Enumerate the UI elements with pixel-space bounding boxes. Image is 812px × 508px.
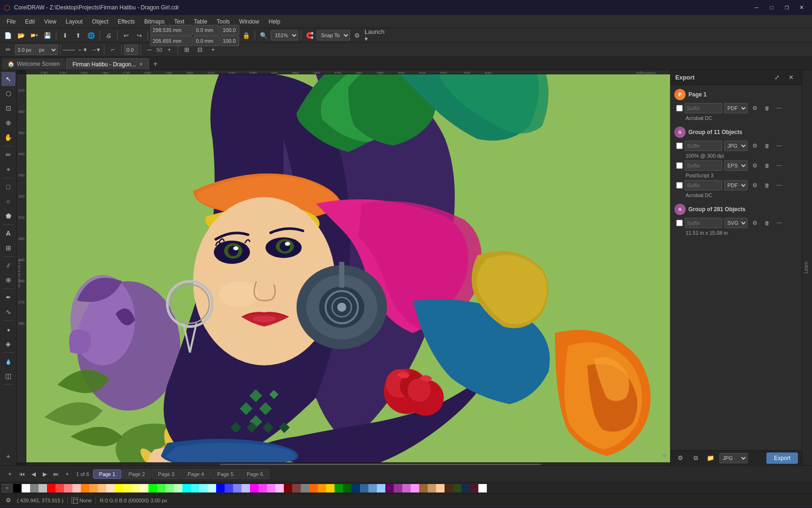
end-arrow-btn[interactable]: →▾: [89, 44, 102, 56]
group281-svg-suffix-input[interactable]: [685, 218, 722, 228]
export-settings-icon[interactable]: ⚙: [674, 452, 687, 464]
launch-btn[interactable]: Launch ▾: [368, 29, 381, 41]
open-btn[interactable]: 📂: [15, 29, 27, 41]
color-swatch[interactable]: [225, 484, 233, 492]
pen-tool[interactable]: [1, 290, 16, 304]
color-swatch[interactable]: [326, 484, 335, 492]
canvas-scrollbar[interactable]: [26, 462, 670, 465]
crop-tool[interactable]: [1, 101, 16, 115]
color-swatch[interactable]: [436, 484, 445, 492]
table-tool[interactable]: [1, 241, 16, 255]
group11-pdf2-suffix-input[interactable]: [685, 180, 722, 190]
connector-tool[interactable]: [1, 273, 16, 287]
add-page-btn[interactable]: +: [4, 468, 16, 480]
export-format-select[interactable]: JPG PDF PNG SVG EPS: [719, 453, 748, 463]
page1-pdf-format-select[interactable]: PDF JPG PNG SVG EPS: [724, 103, 748, 113]
menu-effects[interactable]: Effects: [113, 16, 140, 27]
text-tool[interactable]: [1, 226, 16, 240]
lock-ratio-btn[interactable]: 🔒: [240, 29, 252, 41]
smart-fill-tool[interactable]: [1, 337, 16, 351]
color-swatch[interactable]: [258, 484, 267, 492]
scale-w-input[interactable]: [220, 25, 239, 35]
add-page-btn2[interactable]: +: [62, 469, 72, 479]
group11-pdf2-delete-btn[interactable]: [762, 180, 772, 190]
last-page-btn[interactable]: ⏭: [51, 469, 61, 479]
color-swatch[interactable]: [453, 484, 461, 492]
open-recent-btn[interactable]: 📂▾: [28, 29, 40, 41]
color-swatch[interactable]: [301, 484, 309, 492]
tab-document[interactable]: Firman Hatibu - Dragon... ✕: [66, 58, 148, 70]
export-folder-icon[interactable]: 📁: [704, 452, 717, 464]
color-swatch[interactable]: [30, 484, 39, 492]
menu-file[interactable]: File: [2, 16, 20, 27]
color-swatch[interactable]: [335, 484, 343, 492]
add-tool-btn[interactable]: +: [1, 449, 16, 463]
angle-input[interactable]: [124, 45, 138, 55]
parallel-dim-tool[interactable]: [1, 258, 16, 272]
color-swatch[interactable]: [22, 484, 30, 492]
color-swatch[interactable]: [445, 484, 453, 492]
color-swatch[interactable]: [98, 484, 106, 492]
color-swatch[interactable]: [123, 484, 132, 492]
group11-jpg-more-btn[interactable]: [774, 141, 784, 151]
color-swatch[interactable]: [461, 484, 470, 492]
color-swatch[interactable]: [377, 484, 385, 492]
color-swatch[interactable]: [242, 484, 250, 492]
opacity-plus-btn[interactable]: +: [163, 44, 175, 56]
x-position-input[interactable]: [150, 25, 193, 35]
menu-help[interactable]: Help: [264, 16, 285, 27]
color-swatch[interactable]: [318, 484, 326, 492]
color-swatch[interactable]: [360, 484, 368, 492]
stroke-unit-dropdown[interactable]: px mm: [35, 45, 58, 55]
fill-indicator[interactable]: [71, 497, 78, 504]
color-swatch[interactable]: [174, 484, 182, 492]
color-swatch[interactable]: [250, 484, 258, 492]
group11-eps-settings-btn[interactable]: [750, 160, 760, 171]
print-btn[interactable]: 🖨: [102, 29, 115, 41]
close-panel-btn[interactable]: [785, 71, 797, 84]
new-btn[interactable]: 📄: [2, 29, 14, 41]
color-swatch[interactable]: [411, 484, 419, 492]
color-swatch[interactable]: [208, 484, 216, 492]
pan-tool[interactable]: [1, 130, 16, 144]
color-swatch[interactable]: [115, 484, 123, 492]
snap-icon[interactable]: 🧲: [304, 29, 316, 41]
tab-close-icon[interactable]: ✕: [139, 62, 143, 67]
minimize-button[interactable]: ─: [750, 1, 763, 14]
stroke-indicator[interactable]: [73, 499, 78, 504]
color-swatch[interactable]: [394, 484, 402, 492]
redo-btn[interactable]: ↪: [133, 29, 145, 41]
page-tab-3[interactable]: Page 3: [152, 469, 180, 479]
group281-svg-format-select[interactable]: SVG JPG PDF PNG EPS: [724, 218, 748, 228]
color-swatch[interactable]: [402, 484, 411, 492]
learn-tab[interactable]: Learn: [802, 258, 810, 278]
group281-svg-checkbox[interactable]: [676, 220, 683, 226]
ellipse-tool[interactable]: [1, 194, 16, 208]
color-swatch[interactable]: [233, 484, 242, 492]
color-swatch[interactable]: [47, 484, 55, 492]
color-swatch[interactable]: [275, 484, 284, 492]
color-swatch[interactable]: [267, 484, 275, 492]
group11-jpg-suffix-input[interactable]: [685, 141, 722, 151]
color-swatch[interactable]: [216, 484, 225, 492]
color-swatch[interactable]: [343, 484, 351, 492]
menu-edit[interactable]: Edit: [20, 16, 39, 27]
align-grid-btn[interactable]: ⊞: [180, 44, 193, 56]
color-swatch[interactable]: [351, 484, 360, 492]
group11-jpg-format-select[interactable]: JPG PDF PNG SVG EPS: [724, 141, 748, 151]
zoom-tool[interactable]: [1, 116, 16, 130]
group11-jpg-delete-btn[interactable]: [762, 141, 772, 151]
rectangle-tool[interactable]: [1, 180, 16, 194]
align-nodes-btn[interactable]: ⊟: [194, 44, 206, 56]
eraser-tool[interactable]: [1, 369, 16, 383]
color-swatch[interactable]: [368, 484, 377, 492]
scale-h-input[interactable]: [220, 36, 239, 46]
canvas-viewport[interactable]: ⊕: [26, 74, 670, 462]
add-tab-button[interactable]: +: [150, 58, 161, 70]
expand-panel-btn[interactable]: [771, 71, 783, 84]
close-button[interactable]: ✕: [795, 1, 808, 14]
stroke-type-btn[interactable]: ——: [63, 44, 75, 56]
group11-eps-delete-btn[interactable]: [762, 160, 772, 171]
undo-btn[interactable]: ↩: [120, 29, 132, 41]
freehand-tool[interactable]: [1, 148, 16, 162]
